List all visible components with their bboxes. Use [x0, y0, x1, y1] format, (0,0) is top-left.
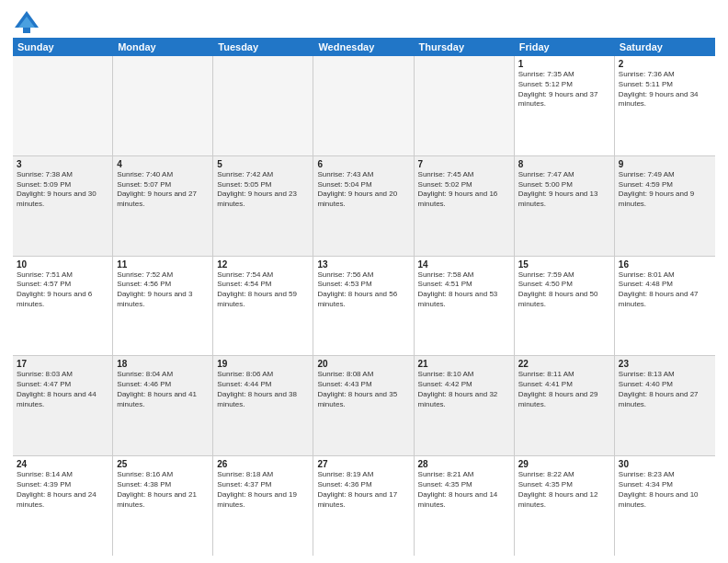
- calendar-week-row: 10Sunrise: 7:51 AMSunset: 4:57 PMDayligh…: [13, 257, 715, 357]
- day-number: 6: [317, 159, 409, 169]
- day-number: 30: [619, 459, 711, 469]
- cell-info: Sunrise: 8:06 AMSunset: 4:44 PMDaylight:…: [217, 370, 309, 409]
- calendar-week-row: 17Sunrise: 8:03 AMSunset: 4:47 PMDayligh…: [13, 356, 715, 456]
- calendar-cell: 19Sunrise: 8:06 AMSunset: 4:44 PMDayligh…: [213, 356, 313, 455]
- calendar-cell: 15Sunrise: 7:59 AMSunset: 4:50 PMDayligh…: [515, 257, 615, 356]
- calendar-cell: 27Sunrise: 8:19 AMSunset: 4:36 PMDayligh…: [313, 456, 414, 556]
- calendar-cell: 18Sunrise: 8:04 AMSunset: 4:46 PMDayligh…: [113, 356, 213, 455]
- calendar-cell: [13, 56, 113, 155]
- cell-info: Sunrise: 7:58 AMSunset: 4:51 PMDaylight:…: [418, 270, 510, 310]
- day-number: 21: [418, 359, 510, 369]
- cell-info: Sunrise: 8:21 AMSunset: 4:35 PMDaylight:…: [418, 470, 510, 510]
- cell-info: Sunrise: 7:47 AMSunset: 5:00 PMDaylight:…: [518, 170, 610, 210]
- cell-info: Sunrise: 7:43 AMSunset: 5:04 PMDaylight:…: [317, 170, 409, 210]
- calendar-header-cell: Monday: [113, 38, 213, 56]
- day-number: 18: [117, 359, 209, 369]
- day-number: 29: [518, 459, 610, 469]
- day-number: 22: [518, 359, 610, 369]
- day-number: 9: [619, 159, 711, 169]
- calendar-cell: [113, 56, 213, 155]
- calendar-week-row: 1Sunrise: 7:35 AMSunset: 5:12 PMDaylight…: [13, 56, 715, 156]
- header: [13, 9, 715, 35]
- calendar-cell: 2Sunrise: 7:36 AMSunset: 5:11 PMDaylight…: [615, 56, 715, 155]
- cell-info: Sunrise: 7:56 AMSunset: 4:53 PMDaylight:…: [317, 270, 409, 310]
- day-number: 8: [518, 159, 610, 169]
- svg-rect-2: [23, 28, 30, 33]
- calendar-cell: 14Sunrise: 7:58 AMSunset: 4:51 PMDayligh…: [415, 257, 515, 356]
- calendar-cell: 7Sunrise: 7:45 AMSunset: 5:02 PMDaylight…: [415, 156, 515, 256]
- cell-info: Sunrise: 8:22 AMSunset: 4:35 PMDaylight:…: [518, 470, 610, 510]
- cell-info: Sunrise: 7:35 AMSunset: 5:12 PMDaylight:…: [518, 70, 610, 109]
- calendar-cell: 10Sunrise: 7:51 AMSunset: 4:57 PMDayligh…: [13, 257, 113, 356]
- cell-info: Sunrise: 8:23 AMSunset: 4:34 PMDaylight:…: [619, 470, 711, 510]
- day-number: 26: [217, 459, 309, 469]
- cell-info: Sunrise: 8:10 AMSunset: 4:42 PMDaylight:…: [418, 370, 510, 409]
- calendar-header-cell: Sunday: [13, 38, 113, 56]
- calendar-week-row: 3Sunrise: 7:38 AMSunset: 5:09 PMDaylight…: [13, 156, 715, 257]
- cell-info: Sunrise: 8:14 AMSunset: 4:39 PMDaylight:…: [17, 470, 108, 510]
- calendar-header-cell: Wednesday: [313, 38, 414, 56]
- day-number: 14: [418, 259, 510, 270]
- day-number: 3: [17, 159, 108, 169]
- calendar-cell: 22Sunrise: 8:11 AMSunset: 4:41 PMDayligh…: [515, 356, 615, 455]
- calendar-cell: 8Sunrise: 7:47 AMSunset: 5:00 PMDaylight…: [515, 156, 615, 256]
- calendar-cell: 1Sunrise: 7:35 AMSunset: 5:12 PMDaylight…: [515, 56, 615, 155]
- page: SundayMondayTuesdayWednesdayThursdayFrid…: [0, 0, 728, 563]
- logo-icon: [13, 9, 40, 35]
- cell-info: Sunrise: 7:59 AMSunset: 4:50 PMDaylight:…: [518, 270, 610, 310]
- cell-info: Sunrise: 7:49 AMSunset: 4:59 PMDaylight:…: [619, 170, 711, 210]
- logo: [13, 9, 44, 35]
- day-number: 2: [619, 59, 711, 69]
- calendar-cell: [415, 56, 515, 155]
- calendar-cell: 23Sunrise: 8:13 AMSunset: 4:40 PMDayligh…: [615, 356, 715, 455]
- calendar-cell: 24Sunrise: 8:14 AMSunset: 4:39 PMDayligh…: [13, 456, 113, 556]
- calendar: SundayMondayTuesdayWednesdayThursdayFrid…: [13, 38, 715, 556]
- calendar-body: 1Sunrise: 7:35 AMSunset: 5:12 PMDaylight…: [13, 56, 715, 556]
- day-number: 13: [317, 259, 409, 270]
- calendar-cell: 3Sunrise: 7:38 AMSunset: 5:09 PMDaylight…: [13, 156, 113, 256]
- cell-info: Sunrise: 7:45 AMSunset: 5:02 PMDaylight:…: [418, 170, 510, 210]
- cell-info: Sunrise: 8:13 AMSunset: 4:40 PMDaylight:…: [619, 370, 711, 409]
- cell-info: Sunrise: 8:19 AMSunset: 4:36 PMDaylight:…: [317, 470, 409, 510]
- day-number: 25: [117, 459, 209, 469]
- calendar-cell: 6Sunrise: 7:43 AMSunset: 5:04 PMDaylight…: [313, 156, 414, 256]
- calendar-cell: 5Sunrise: 7:42 AMSunset: 5:05 PMDaylight…: [213, 156, 313, 256]
- calendar-week-row: 24Sunrise: 8:14 AMSunset: 4:39 PMDayligh…: [13, 456, 715, 556]
- calendar-cell: 16Sunrise: 8:01 AMSunset: 4:48 PMDayligh…: [615, 257, 715, 356]
- cell-info: Sunrise: 8:04 AMSunset: 4:46 PMDaylight:…: [117, 370, 209, 409]
- day-number: 15: [518, 259, 610, 270]
- calendar-cell: 17Sunrise: 8:03 AMSunset: 4:47 PMDayligh…: [13, 356, 113, 455]
- calendar-header-cell: Saturday: [615, 38, 715, 56]
- calendar-header-cell: Tuesday: [213, 38, 313, 56]
- calendar-cell: 25Sunrise: 8:16 AMSunset: 4:38 PMDayligh…: [113, 456, 213, 556]
- day-number: 28: [418, 459, 510, 469]
- day-number: 19: [217, 359, 309, 369]
- day-number: 12: [217, 259, 309, 270]
- day-number: 16: [619, 259, 711, 270]
- day-number: 20: [317, 359, 409, 369]
- day-number: 23: [619, 359, 711, 369]
- calendar-header-cell: Thursday: [415, 38, 515, 56]
- day-number: 5: [217, 159, 309, 169]
- calendar-cell: 9Sunrise: 7:49 AMSunset: 4:59 PMDaylight…: [615, 156, 715, 256]
- day-number: 10: [17, 259, 108, 270]
- calendar-cell: 4Sunrise: 7:40 AMSunset: 5:07 PMDaylight…: [113, 156, 213, 256]
- calendar-cell: [213, 56, 313, 155]
- cell-info: Sunrise: 8:18 AMSunset: 4:37 PMDaylight:…: [217, 470, 309, 510]
- cell-info: Sunrise: 7:38 AMSunset: 5:09 PMDaylight:…: [17, 170, 108, 210]
- calendar-cell: 11Sunrise: 7:52 AMSunset: 4:56 PMDayligh…: [113, 257, 213, 356]
- cell-info: Sunrise: 7:36 AMSunset: 5:11 PMDaylight:…: [619, 70, 711, 109]
- calendar-cell: 29Sunrise: 8:22 AMSunset: 4:35 PMDayligh…: [515, 456, 615, 556]
- calendar-cell: 26Sunrise: 8:18 AMSunset: 4:37 PMDayligh…: [213, 456, 313, 556]
- calendar-header-cell: Friday: [515, 38, 615, 56]
- cell-info: Sunrise: 7:40 AMSunset: 5:07 PMDaylight:…: [117, 170, 209, 210]
- calendar-header-row: SundayMondayTuesdayWednesdayThursdayFrid…: [13, 38, 715, 56]
- cell-info: Sunrise: 8:16 AMSunset: 4:38 PMDaylight:…: [117, 470, 209, 510]
- cell-info: Sunrise: 8:03 AMSunset: 4:47 PMDaylight:…: [17, 370, 108, 409]
- day-number: 17: [17, 359, 108, 369]
- day-number: 7: [418, 159, 510, 169]
- calendar-cell: 12Sunrise: 7:54 AMSunset: 4:54 PMDayligh…: [213, 257, 313, 356]
- cell-info: Sunrise: 7:54 AMSunset: 4:54 PMDaylight:…: [217, 270, 309, 310]
- calendar-cell: 28Sunrise: 8:21 AMSunset: 4:35 PMDayligh…: [415, 456, 515, 556]
- calendar-cell: 20Sunrise: 8:08 AMSunset: 4:43 PMDayligh…: [313, 356, 414, 455]
